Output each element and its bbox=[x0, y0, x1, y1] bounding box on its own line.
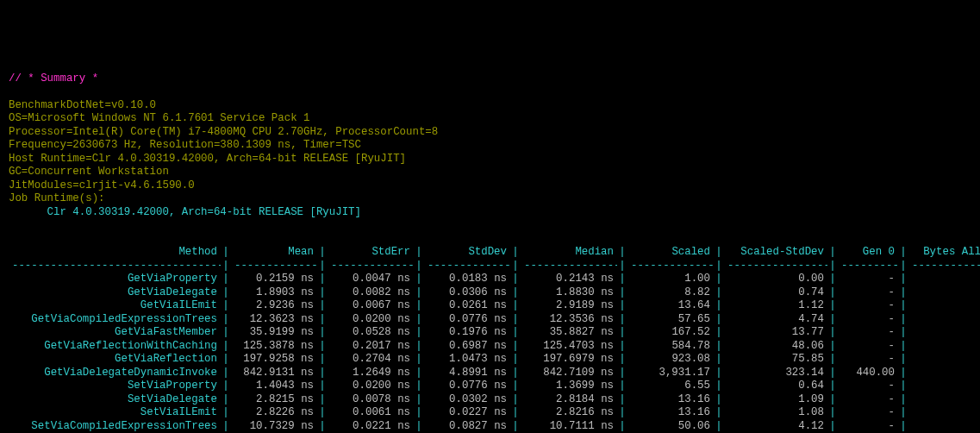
env-block: BenchmarkDotNet=v0.10.0 OS=Microsoft Win… bbox=[9, 99, 971, 220]
value-cell: 0.0082 ns bbox=[328, 286, 414, 300]
env-line: Frequency=2630673 Hz, Resolution=380.130… bbox=[9, 139, 361, 151]
value-cell: 2.8184 ns bbox=[521, 393, 617, 407]
col-separator: | bbox=[827, 246, 838, 260]
method-cell: GetViaCompiledExpressionTrees bbox=[9, 313, 221, 327]
value-cell: 323.14 bbox=[724, 367, 827, 380]
value-cell: 0.1976 ns bbox=[424, 326, 510, 340]
value-cell: 35.9199 ns bbox=[231, 326, 317, 340]
col-header: StdDev bbox=[424, 246, 510, 260]
col-header: Median bbox=[521, 246, 617, 260]
col-header: Scaled-StdDev bbox=[724, 246, 827, 260]
value-cell: 1.12 bbox=[724, 299, 827, 313]
value-cell: 35.8827 ns bbox=[521, 326, 617, 340]
value-cell: 0.0078 ns bbox=[328, 393, 414, 407]
value-cell: 197.9258 ns bbox=[231, 353, 317, 367]
col-header: Scaled bbox=[627, 246, 714, 260]
value-cell: 0.2704 ns bbox=[328, 353, 414, 367]
table-header-row: Method|Mean|StdErr|StdDev|Median|Scaled|… bbox=[9, 246, 980, 260]
value-cell: 13.64 bbox=[627, 299, 714, 313]
value-cell: 0.00 bbox=[908, 380, 980, 393]
value-cell: 0.00 bbox=[908, 313, 980, 327]
value-cell: 4.8991 ns bbox=[424, 367, 510, 380]
value-cell: 1.09 bbox=[724, 393, 827, 407]
value-cell: 0.0200 ns bbox=[328, 313, 414, 327]
col-separator: | bbox=[898, 246, 908, 260]
value-cell: 10.7111 ns bbox=[521, 420, 617, 434]
value-cell: 0.00 bbox=[724, 273, 827, 286]
value-cell: 419.04 bbox=[908, 367, 980, 380]
table-row: GetViaCompiledExpressionTrees|12.3623 ns… bbox=[9, 313, 980, 327]
value-cell: 1.4043 ns bbox=[231, 380, 317, 393]
table-row: SetViaCompiledExpressionTrees|10.7329 ns… bbox=[9, 420, 980, 434]
value-cell: 0.0200 ns bbox=[328, 380, 414, 393]
table-row: GetViaILEmit|2.9236 ns|0.0067 ns|0.0261 … bbox=[9, 299, 980, 313]
value-cell: 4.12 bbox=[724, 420, 827, 434]
value-cell: 0.0261 ns bbox=[424, 299, 510, 313]
method-cell: GetViaFastMember bbox=[9, 326, 221, 340]
value-cell: 0.00 bbox=[908, 286, 980, 300]
value-cell: 48.06 bbox=[724, 340, 827, 354]
value-cell: 0.0306 ns bbox=[424, 286, 510, 300]
value-cell: 13.77 bbox=[724, 326, 827, 340]
col-header: Mean bbox=[231, 246, 317, 260]
value-cell: 0.01 bbox=[908, 353, 980, 367]
value-cell: 12.3536 ns bbox=[521, 313, 617, 327]
value-cell: 0.74 bbox=[724, 286, 827, 300]
table-row: SetViaILEmit|2.8226 ns|0.0061 ns|0.0227 … bbox=[9, 406, 980, 420]
value-cell: 0.00 bbox=[908, 420, 980, 434]
method-cell: SetViaProperty bbox=[9, 380, 221, 393]
method-cell: GetViaReflection bbox=[9, 353, 221, 367]
value-cell: 0.64 bbox=[724, 380, 827, 393]
value-cell: 50.06 bbox=[627, 420, 714, 434]
value-cell: 0.00 bbox=[908, 393, 980, 407]
table-row: GetViaReflection|197.9258 ns|0.2704 ns|1… bbox=[9, 353, 980, 367]
value-cell: - bbox=[838, 353, 898, 367]
value-cell: 1.8830 ns bbox=[521, 286, 617, 300]
table-divider-row: -----------------------------------|----… bbox=[9, 260, 980, 273]
value-cell: 2.8216 ns bbox=[521, 406, 617, 420]
table-row: GetViaDelegateDynamicInvoke|842.9131 ns|… bbox=[9, 367, 980, 380]
col-separator: | bbox=[221, 246, 231, 260]
value-cell: 2.9189 ns bbox=[521, 299, 617, 313]
value-cell: 1.8903 ns bbox=[231, 286, 317, 300]
method-cell: SetViaILEmit bbox=[9, 406, 221, 420]
value-cell: 197.6979 ns bbox=[521, 353, 617, 367]
method-cell: GetViaProperty bbox=[9, 273, 221, 286]
env-line: BenchmarkDotNet=v0.10.0 bbox=[9, 99, 156, 111]
env-line: Host Runtime=Clr 4.0.30319.42000, Arch=6… bbox=[9, 153, 406, 165]
value-cell: 0.0776 ns bbox=[424, 380, 510, 393]
value-cell: 923.08 bbox=[627, 353, 714, 367]
value-cell: 0.0221 ns bbox=[328, 420, 414, 434]
value-cell: - bbox=[838, 393, 898, 407]
value-cell: - bbox=[838, 286, 898, 300]
col-header: Gen 0 bbox=[838, 246, 898, 260]
env-line: Job Runtime(s): bbox=[9, 192, 105, 204]
value-cell: 0.00 bbox=[908, 340, 980, 354]
value-cell: 0.0047 ns bbox=[328, 273, 414, 286]
value-cell: 0.0183 ns bbox=[424, 273, 510, 286]
table-row: GetViaFastMember|35.9199 ns|0.0528 ns|0.… bbox=[9, 326, 980, 340]
method-cell: GetViaILEmit bbox=[9, 299, 221, 313]
col-header: Method bbox=[9, 246, 221, 260]
value-cell: 440.00 bbox=[838, 367, 898, 380]
value-cell: 1.3699 ns bbox=[521, 380, 617, 393]
value-cell: 57.65 bbox=[627, 313, 714, 327]
table-row: SetViaDelegate|2.8215 ns|0.0078 ns|0.030… bbox=[9, 393, 980, 407]
value-cell: 2.8215 ns bbox=[231, 393, 317, 407]
table-row: GetViaDelegate|1.8903 ns|0.0082 ns|0.030… bbox=[9, 286, 980, 300]
col-header: Bytes Allocated/Op bbox=[908, 246, 980, 260]
value-cell: 10.7329 ns bbox=[231, 420, 317, 434]
value-cell: - bbox=[838, 420, 898, 434]
table-row: GetViaProperty|0.2159 ns|0.0047 ns|0.018… bbox=[9, 273, 980, 286]
col-separator: | bbox=[617, 246, 627, 260]
method-cell: GetViaReflectionWithCaching bbox=[9, 340, 221, 354]
value-cell: 12.3623 ns bbox=[231, 313, 317, 327]
value-cell: - bbox=[838, 406, 898, 420]
value-cell: 75.85 bbox=[724, 353, 827, 367]
env-line: GC=Concurrent Workstation bbox=[9, 166, 169, 178]
value-cell: 125.4703 ns bbox=[521, 340, 617, 354]
job-runtime-line: Clr 4.0.30319.42000, Arch=64-bit RELEASE… bbox=[9, 206, 361, 218]
table-row: GetViaReflectionWithCaching|125.3878 ns|… bbox=[9, 340, 980, 354]
method-cell: GetViaDelegate bbox=[9, 286, 221, 300]
value-cell: 842.9131 ns bbox=[231, 367, 317, 380]
